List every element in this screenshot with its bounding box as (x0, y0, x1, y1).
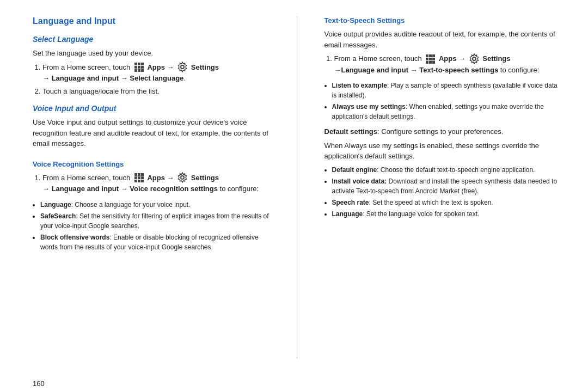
tts-arrow2: → (334, 66, 341, 74)
page-number: 160 (0, 375, 588, 392)
tts-step1-before: From a Home screen, touch (334, 54, 422, 63)
voice-recognition-bullets: Language: Choose a language for your voi… (33, 200, 270, 254)
left-column: Language and Input Select Language Set t… (33, 16, 270, 359)
tts-term-6: Language (332, 210, 363, 218)
step1-period: . (183, 74, 186, 82)
step1-arrow3: → (119, 74, 130, 82)
svg-rect-21 (429, 54, 432, 57)
step1-before: From a Home screen, touch (42, 63, 130, 71)
vr-bullet-3: Block offensive words: Enable or disable… (40, 232, 270, 252)
step-2: Touch a language/locale from the list. (42, 86, 270, 97)
tts-term-1: Listen to example (332, 82, 387, 89)
tts-term-3: Default engine (332, 166, 377, 174)
svg-rect-25 (432, 58, 435, 60)
default-settings-label: Default settings (324, 127, 378, 136)
default-settings-text: : Configure settings to your preferences… (377, 127, 503, 136)
page-content: Language and Input Select Language Set t… (0, 0, 588, 375)
svg-rect-16 (134, 180, 137, 182)
vr-term-3: Block offensive words (40, 234, 109, 241)
svg-rect-1 (138, 63, 140, 65)
vr-path: Language and input (52, 185, 119, 193)
svg-rect-14 (138, 176, 140, 179)
svg-rect-24 (429, 58, 432, 60)
svg-point-29 (473, 57, 476, 60)
vr-term-1: Language (40, 201, 71, 209)
tts-desc-5: Set the speed at which the text is spoke… (371, 199, 493, 206)
step1-arrow2: → (42, 74, 52, 82)
svg-point-9 (181, 65, 184, 69)
main-title: Language and Input (33, 16, 270, 26)
tts-step-1: From a Home screen, touch Apps (334, 53, 561, 75)
vr-bullet-1: Language: Choose a language for your voi… (40, 200, 270, 210)
vr-to: to configure: (218, 185, 259, 193)
arrow1-1: → (167, 63, 176, 71)
voice-input-title: Voice Input and Output (33, 104, 270, 113)
tts-bullets-2: Default engine: Choose the default text-… (324, 165, 561, 220)
tts-bullet-1: Listen to example: Play a sample of spee… (332, 81, 561, 100)
svg-rect-22 (432, 54, 435, 57)
tts-desc-3: Choose the default text-to-speech engine… (379, 166, 535, 174)
svg-rect-0 (134, 63, 137, 65)
tts-bullet-5: Speech rate: Set the speed at which the … (332, 198, 561, 207)
select-language-title: Select Language (33, 35, 270, 44)
apps-icon-2 (133, 172, 144, 183)
tts-arrow1: → (458, 54, 468, 63)
vr-apps-label: Apps (147, 174, 165, 182)
svg-rect-6 (134, 69, 137, 72)
step-1: From a Home screen, touch (42, 62, 270, 84)
tts-bullet-3: Default engine: Choose the default text-… (332, 165, 561, 175)
step2-text: Touch a language/locale from the list. (42, 87, 160, 95)
vr-arrow2: → (42, 185, 52, 193)
vr-path2: Voice recognition settings (130, 185, 218, 193)
default-settings-para: Default settings: Configure settings to … (324, 126, 561, 137)
tts-path: Language and input (341, 66, 409, 74)
tts-to: to configure: (498, 66, 539, 74)
select-language-steps: From a Home screen, touch (33, 62, 270, 99)
svg-rect-4 (138, 66, 140, 69)
svg-rect-23 (426, 58, 428, 60)
right-column: Text-to-Speech Settings Voice output pro… (324, 16, 561, 359)
select-language-intro: Set the language used by your device. (33, 48, 270, 59)
settings-icon-1 (177, 62, 188, 72)
tts-bullet-4: Install voice data: Download and install… (332, 176, 561, 196)
settings-icon-3 (469, 53, 480, 64)
vr-step1-before: From a Home screen, touch (42, 174, 130, 182)
vr-term-2: SafeSearch (40, 212, 76, 220)
svg-rect-2 (141, 63, 144, 65)
apps-icon-1 (133, 62, 144, 72)
tts-term-2: Always use my settings (332, 103, 406, 111)
tts-arrow3: → (408, 66, 419, 74)
settings-label-1: Settings (191, 63, 219, 71)
tts-term-5: Speech rate (332, 199, 369, 206)
svg-rect-3 (134, 66, 137, 69)
svg-rect-26 (426, 61, 428, 64)
svg-rect-7 (138, 69, 140, 72)
svg-rect-10 (134, 173, 137, 176)
tts-title: Text-to-Speech Settings (324, 16, 561, 24)
apps-icon-3 (425, 53, 436, 64)
tts-path2: Text-to-speech settings (419, 66, 498, 74)
svg-rect-13 (134, 176, 137, 179)
svg-rect-18 (141, 180, 144, 182)
settings-icon-2 (177, 172, 188, 183)
tts-intro: Voice output provides audible readout of… (324, 29, 561, 50)
vr-arrow1: → (167, 174, 176, 182)
vr-arrow3: → (119, 185, 130, 193)
svg-rect-8 (141, 69, 144, 72)
vr-desc-1: Choose a language for your voice input. (73, 201, 190, 209)
voice-recognition-steps: From a Home screen, touch Apps (33, 173, 270, 197)
voice-recognition-title: Voice Recognition Settings (33, 160, 270, 168)
svg-rect-20 (426, 54, 428, 57)
svg-rect-28 (432, 61, 435, 64)
vr-settings-label: Settings (191, 174, 219, 182)
step1-subpath2: Select language (130, 74, 183, 82)
svg-rect-12 (141, 173, 144, 176)
svg-rect-15 (141, 176, 144, 179)
svg-point-19 (181, 176, 184, 179)
vr-step-1: From a Home screen, touch Apps (42, 173, 270, 194)
vr-bullet-2: SafeSearch: Set the sensitivity for filt… (40, 211, 270, 231)
voice-input-description: Use Voice input and output settings to c… (33, 117, 270, 149)
tts-bullet-2: Always use my settings: When enabled, se… (332, 102, 561, 121)
always-use-text: When Always use my settings is enabled, … (324, 140, 561, 162)
column-divider (297, 16, 297, 359)
